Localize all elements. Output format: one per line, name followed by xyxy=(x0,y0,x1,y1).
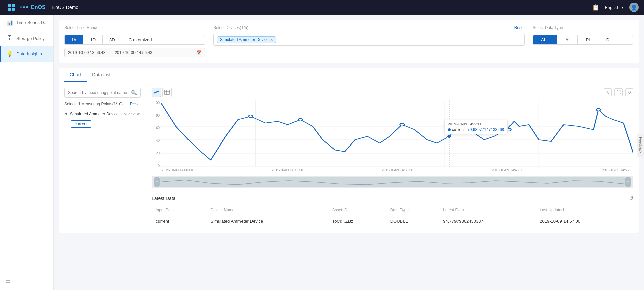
y-label-60: 60 xyxy=(152,126,160,130)
device-header-label: Select Devices(1/5) xyxy=(213,25,248,30)
scrollbar-left-handle[interactable]: ≡ xyxy=(154,177,160,187)
chart-scrollbar[interactable]: ≡ ≡ xyxy=(152,176,633,188)
time-range-label: Select Time Range xyxy=(64,25,205,30)
right-chart: ⤡ ⛶ ↺ 100 80 60 40 20 0 xyxy=(146,82,639,233)
measuring-header: Selected Measuring Points(1/10) Reset xyxy=(64,102,141,106)
sidebar-item-label-storage: Storage Policy xyxy=(16,36,45,41)
dtype-btn-ai[interactable]: AI xyxy=(557,35,578,44)
data-type-label: Select Data Type xyxy=(533,25,633,30)
tab-data-list[interactable]: Data List xyxy=(87,68,116,82)
dtype-btn-pi[interactable]: PI xyxy=(578,35,598,44)
x-label-4: 2019-10-09 14:56:00 xyxy=(602,168,633,172)
chart-area: Chart Data List 🔍 Selected Measuring Poi… xyxy=(59,68,639,233)
measuring-reset-link[interactable]: Reset xyxy=(130,102,141,106)
notifications-icon[interactable]: 📋 xyxy=(592,4,599,11)
enos-dots xyxy=(20,6,28,8)
sidebar-item-label-insights: Data Insights xyxy=(16,51,42,56)
cell-data-type: DOUBLE xyxy=(386,215,439,227)
expand-icon[interactable]: ⤡ xyxy=(604,88,612,96)
chart-body: 🔍 Selected Measuring Points(1/10) Reset … xyxy=(59,82,639,233)
date-range-display[interactable]: 2019-10-09 13:56:43 → 2019-10-09 14:56:4… xyxy=(64,48,205,57)
enos-brand: EnOS xyxy=(31,4,46,10)
time-btn-customized[interactable]: Customized xyxy=(122,35,159,44)
scrollbar-mini-svg xyxy=(160,177,625,187)
svg-rect-3 xyxy=(12,8,15,11)
scrollbar-right-handle[interactable]: ≡ xyxy=(625,177,631,187)
app-grid-icon[interactable] xyxy=(5,1,17,13)
search-input[interactable] xyxy=(68,90,129,95)
chart-toolbar: ⤡ ⛶ ↺ xyxy=(152,88,633,97)
y-axis-area: 100 80 60 40 20 0 xyxy=(152,100,633,168)
user-avatar[interactable]: 👤 xyxy=(629,3,639,12)
time-range-buttons: 1h 1D 3D Customized xyxy=(64,35,205,45)
y-label-20: 20 xyxy=(152,151,160,155)
tree-device-id: ToCdKZBz xyxy=(122,112,140,116)
data-type-buttons: ALL AI PI DI xyxy=(533,35,633,45)
cell-asset-id: ToCdKZBz xyxy=(328,215,386,227)
svg-rect-4 xyxy=(165,90,169,95)
tab-chart-label: Chart xyxy=(70,72,81,77)
col-header-latest-data: Latest Data xyxy=(439,205,536,215)
sidebar: 📊 Time Series D... 🗄 Storage Policy 💡 Da… xyxy=(0,15,54,290)
tab-chart[interactable]: Chart xyxy=(64,68,87,82)
app-title: EnOS Demo xyxy=(52,5,79,10)
time-btn-1h[interactable]: 1h xyxy=(65,35,83,44)
svg-point-24 xyxy=(447,135,452,138)
lang-label: English xyxy=(605,5,619,10)
chart-view-icons xyxy=(152,88,172,97)
table-view-icon[interactable] xyxy=(162,88,172,97)
sidebar-item-data-insights[interactable]: 💡 Data Insights xyxy=(0,46,53,62)
chart-canvas-container: 2019-10-09 14:33:00 current 79.689771471… xyxy=(161,100,633,168)
time-btn-3d[interactable]: 3D xyxy=(103,35,122,44)
main-chart-svg xyxy=(161,100,633,167)
refresh-chart-icon[interactable]: ↺ xyxy=(625,88,633,96)
x-label-2: 2019-10-09 14:30:00 xyxy=(382,168,413,172)
logo-area: EnOS EnOS Demo xyxy=(5,1,78,13)
date-separator: → xyxy=(108,50,112,55)
feedback-label: Feedback xyxy=(639,137,643,153)
col-header-input-point: Input Point xyxy=(152,205,206,215)
time-btn-1d[interactable]: 1D xyxy=(83,35,103,44)
storage-policy-icon: 🗄 xyxy=(6,35,13,41)
line-chart-view-icon[interactable] xyxy=(152,88,161,97)
time-range-section: Select Time Range 1h 1D 3D Customized 20… xyxy=(64,25,205,57)
search-box[interactable]: 🔍 xyxy=(64,88,141,98)
device-reset-link[interactable]: Reset xyxy=(514,25,525,30)
device-section: Select Devices(1/5) Reset Simulated Amme… xyxy=(213,25,525,46)
measuring-label: Selected Measuring Points(1/10) xyxy=(64,102,123,106)
sidebar-collapse-button[interactable]: ☰ xyxy=(0,272,53,290)
device-tag-0[interactable]: Simulated Ammeter Device ✕ xyxy=(217,36,276,43)
latest-data-header: Latest Data ↺ xyxy=(152,195,633,201)
device-tag-container[interactable]: Simulated Ammeter Device ✕ xyxy=(213,34,525,46)
data-type-section: Select Data Type ALL AI PI DI xyxy=(533,25,633,45)
top-nav: EnOS EnOS Demo 📋 English ▼ 👤 xyxy=(0,0,644,15)
tab-data-list-label: Data List xyxy=(92,72,110,77)
enos-logo: EnOS xyxy=(20,4,46,10)
lang-selector[interactable]: English ▼ xyxy=(605,5,624,10)
device-tag-close-icon[interactable]: ✕ xyxy=(270,38,273,42)
measuring-point-0: current xyxy=(71,120,141,128)
search-icon: 🔍 xyxy=(131,90,137,95)
sidebar-item-label-time-series: Time Series D... xyxy=(16,20,48,25)
fullscreen-icon[interactable]: ⛶ xyxy=(614,88,623,96)
tree-expand-icon[interactable]: ▼ xyxy=(64,112,68,116)
cell-device-name: Simulated Ammeter Device xyxy=(206,215,328,227)
dtype-btn-di[interactable]: DI xyxy=(598,35,619,44)
sidebar-item-storage-policy[interactable]: 🗄 Storage Policy xyxy=(0,31,53,46)
point-tag-current[interactable]: current xyxy=(71,120,91,128)
lang-chevron-icon: ▼ xyxy=(621,6,624,9)
scrollbar-track[interactable] xyxy=(160,177,625,187)
latest-data-refresh-icon[interactable]: ↺ xyxy=(629,195,633,201)
data-insights-icon: 💡 xyxy=(6,51,13,57)
svg-point-22 xyxy=(507,128,511,131)
svg-point-20 xyxy=(298,118,302,121)
svg-rect-1 xyxy=(12,4,15,7)
calendar-icon: 📅 xyxy=(197,50,202,55)
sidebar-item-time-series[interactable]: 📊 Time Series D... xyxy=(0,15,53,31)
feedback-tab[interactable]: Feedback xyxy=(637,133,644,156)
table-row: current Simulated Ammeter Device ToCdKZB… xyxy=(152,215,633,227)
dtype-btn-all[interactable]: ALL xyxy=(533,35,557,44)
device-header: Select Devices(1/5) Reset xyxy=(213,25,525,30)
left-panel: 🔍 Selected Measuring Points(1/10) Reset … xyxy=(59,82,146,233)
latest-data-title: Latest Data xyxy=(152,196,176,201)
